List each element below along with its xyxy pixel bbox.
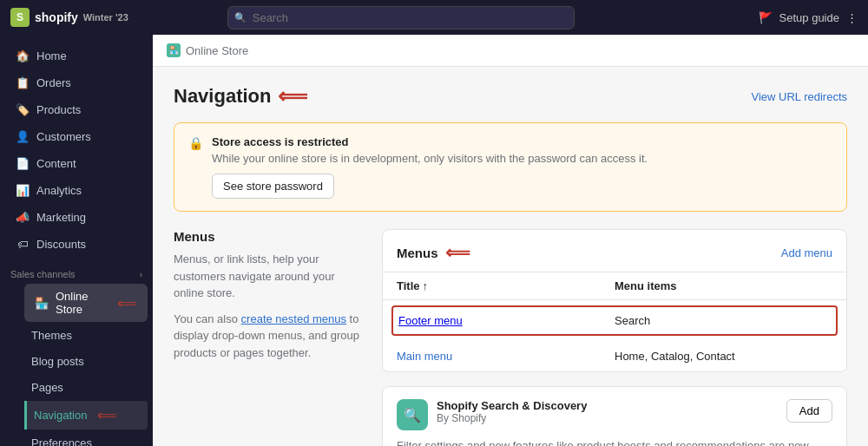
menus-section-title: Menus xyxy=(174,229,365,244)
lock-icon: 🔒 xyxy=(188,136,203,199)
main-content: 🏪 Online Store Navigation ⟸ View URL red… xyxy=(153,35,868,446)
sidebar-label-online-store: Online Store xyxy=(56,290,107,316)
marketing-icon: 📣 xyxy=(16,210,30,224)
sidebar-item-pages[interactable]: Pages xyxy=(24,375,148,400)
page-title-container: Navigation ⟸ xyxy=(174,84,307,108)
flag-icon: 🚩 xyxy=(759,11,773,24)
sdc-desc-text: Filter settings and new features like pr… xyxy=(397,439,809,446)
search-discovery-card: 🔍 Shopify Search & Discovery By Shopify … xyxy=(382,386,847,446)
alert-title: Store access is restricted xyxy=(212,135,832,148)
sidebar-label-customers: Customers xyxy=(36,130,91,143)
discounts-icon: 🏷 xyxy=(16,237,30,251)
see-store-password-button[interactable]: See store password xyxy=(212,174,334,199)
sdc-header: 🔍 Shopify Search & Discovery By Shopify … xyxy=(397,399,832,430)
sidebar-label-themes: Themes xyxy=(31,329,72,342)
sales-channels-label: Sales channels xyxy=(10,269,76,279)
sidebar-label-navigation: Navigation xyxy=(34,409,87,422)
alert-content: Store access is restricted While your on… xyxy=(212,135,832,199)
sidebar-item-products[interactable]: 🏷️ Products xyxy=(5,96,148,122)
sidebar-label-pages: Pages xyxy=(31,381,63,394)
sidebar-label-blog-posts: Blog posts xyxy=(31,355,84,368)
sort-icon: ↑ xyxy=(423,279,429,292)
breadcrumb-label: Online Store xyxy=(186,44,248,57)
sidebar-label-discounts: Discounts xyxy=(36,238,86,251)
logo: S shopify Winter '23 xyxy=(10,8,128,27)
page-title-text: Navigation xyxy=(174,85,271,108)
menus-section-desc1: Menus, or link lists, help your customer… xyxy=(174,251,365,302)
online-store-icon: 🏪 xyxy=(35,296,49,310)
view-url-redirects-button[interactable]: View URL redirects xyxy=(751,90,847,103)
page-header: Navigation ⟸ View URL redirects xyxy=(174,84,847,108)
col-menu-items-header: Menu items xyxy=(615,279,832,292)
arrow-annotation-navigation: ⟸ xyxy=(97,407,117,423)
sidebar-label-preferences: Preferences xyxy=(31,436,92,446)
sdc-desc: Filter settings and new features like pr… xyxy=(397,437,832,446)
content-area: Navigation ⟸ View URL redirects 🔒 Store … xyxy=(153,67,868,446)
topbar-right: 🚩 Setup guide ⋮ xyxy=(759,11,858,24)
sidebar-item-home[interactable]: 🏠 Home xyxy=(5,43,148,69)
search-icon: 🔍 xyxy=(234,12,247,23)
sidebar-item-navigation[interactable]: Navigation ⟸ xyxy=(24,401,148,430)
sidebar-item-discounts[interactable]: 🏷 Discounts xyxy=(5,231,148,257)
breadcrumb: 🏪 Online Store xyxy=(153,35,868,67)
sidebar-item-customers[interactable]: 👤 Customers xyxy=(5,123,148,149)
left-column: Menus Menus, or link lists, help your cu… xyxy=(174,229,365,446)
sidebar-item-content[interactable]: 📄 Content xyxy=(5,150,148,176)
sdc-add-button[interactable]: Add xyxy=(786,399,832,423)
menus-card-title-text: Menus xyxy=(397,246,438,260)
footer-menu-row: Footer menu Search xyxy=(391,305,838,336)
sidebar-item-blog-posts[interactable]: Blog posts xyxy=(24,349,148,374)
breadcrumb-store-icon: 🏪 xyxy=(167,43,181,57)
home-icon: 🏠 xyxy=(16,49,30,62)
sidebar-item-analytics[interactable]: 📊 Analytics xyxy=(5,177,148,203)
customers-icon: 👤 xyxy=(16,129,30,143)
online-store-group: 🏪 Online Store ⟸ Themes Blog posts Pages… xyxy=(0,284,153,446)
sidebar-label-home: Home xyxy=(36,49,67,62)
logo-text: shopify xyxy=(35,10,78,24)
menu-icon[interactable]: ⋮ xyxy=(846,11,858,24)
sidebar-item-themes[interactable]: Themes xyxy=(24,323,148,348)
two-column-layout: Menus Menus, or link lists, help your cu… xyxy=(174,229,847,446)
sidebar-item-online-store[interactable]: 🏪 Online Store ⟸ xyxy=(24,284,148,322)
content-icon: 📄 xyxy=(16,156,30,170)
sidebar-item-marketing[interactable]: 📣 Marketing xyxy=(5,204,148,230)
alert-banner: 🔒 Store access is restricted While your … xyxy=(174,122,847,212)
sidebar-item-orders[interactable]: 📋 Orders xyxy=(5,69,148,95)
search-input[interactable] xyxy=(227,6,575,30)
analytics-icon: 📊 xyxy=(16,183,30,197)
chevron-right-icon: › xyxy=(140,270,142,279)
menus-table-header: Title ↑ Menu items xyxy=(383,272,846,300)
topbar: S shopify Winter '23 🔍 🚩 Setup guide ⋮ xyxy=(0,0,868,35)
footer-menu-items: Search xyxy=(615,314,831,327)
sidebar-label-analytics: Analytics xyxy=(36,184,82,197)
sidebar-label-products: Products xyxy=(36,103,81,116)
alert-desc-text: While your online store is in developmen… xyxy=(212,152,648,165)
menus-section-desc2: You can also create nested menus to disp… xyxy=(174,311,365,362)
col-title-header: Title ↑ xyxy=(397,279,615,292)
sidebar-label-content: Content xyxy=(36,157,76,170)
menus-card: Menus ⟸ Add menu Title ↑ Menu items xyxy=(382,229,847,372)
search-discovery-icon: 🔍 xyxy=(397,399,428,430)
footer-menu-link[interactable]: Footer menu xyxy=(398,314,615,327)
right-column: Menus ⟸ Add menu Title ↑ Menu items xyxy=(382,229,847,446)
arrow-annotation-online-store: ⟸ xyxy=(117,295,137,312)
sidebar-label-orders: Orders xyxy=(36,76,71,89)
sdc-text: Shopify Search & Discovery By Shopify xyxy=(437,399,587,430)
shopify-logo-icon: S xyxy=(10,8,30,27)
sdc-info: 🔍 Shopify Search & Discovery By Shopify xyxy=(397,399,587,430)
version-label: Winter '23 xyxy=(83,12,128,23)
sales-channels-section: Sales channels › xyxy=(0,260,153,283)
setup-guide-button[interactable]: Setup guide xyxy=(779,11,839,24)
create-nested-menus-link[interactable]: create nested menus xyxy=(241,312,346,325)
main-menu-items: Home, Catalog, Contact xyxy=(615,350,832,363)
menus-card-title: Menus ⟸ xyxy=(397,242,470,263)
main-menu-link[interactable]: Main menu xyxy=(397,350,615,363)
desc2-text: You can also xyxy=(174,312,241,325)
main-menu-row: Main menu Home, Catalog, Contact xyxy=(383,341,846,371)
search-container: 🔍 xyxy=(227,6,575,30)
sidebar-item-preferences[interactable]: Preferences xyxy=(24,430,148,446)
sidebar: 🏠 Home 📋 Orders 🏷️ Products 👤 Customers … xyxy=(0,35,153,446)
products-icon: 🏷️ xyxy=(16,102,30,116)
add-menu-link[interactable]: Add menu xyxy=(781,246,832,259)
alert-desc: While your online store is in developmen… xyxy=(212,152,832,165)
